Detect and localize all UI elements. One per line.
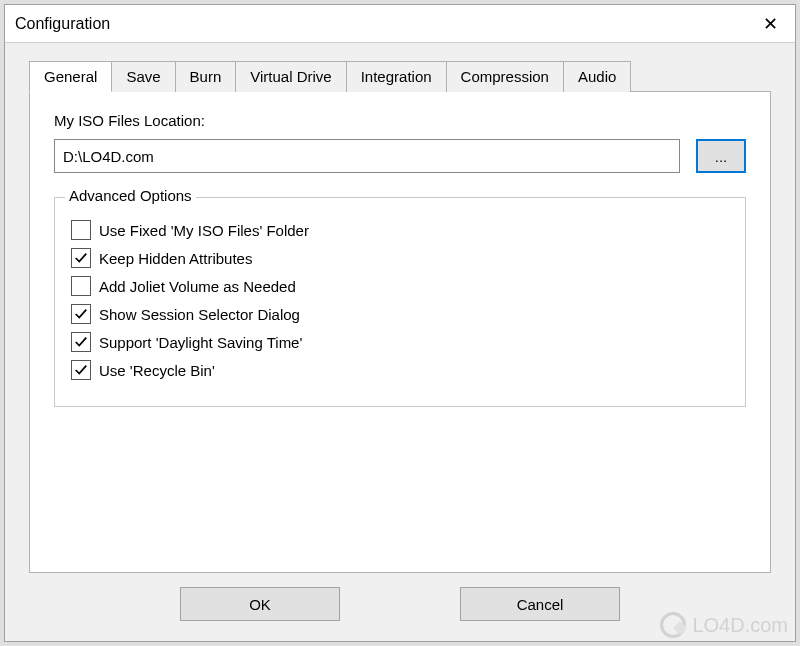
tabs-container: General Save Burn Virtual Drive Integrat…	[29, 61, 771, 573]
tab-row: General Save Burn Virtual Drive Integrat…	[29, 61, 771, 92]
checkbox-add-joliet[interactable]: Add Joliet Volume as Needed	[71, 276, 729, 296]
cancel-button[interactable]: Cancel	[460, 587, 620, 621]
tab-label: Save	[126, 68, 160, 85]
checkbox-icon	[71, 360, 91, 380]
tab-burn[interactable]: Burn	[175, 61, 237, 92]
ok-button-label: OK	[249, 596, 271, 613]
browse-button-label: ...	[715, 148, 728, 165]
tab-virtual-drive[interactable]: Virtual Drive	[235, 61, 346, 92]
tab-general[interactable]: General	[29, 61, 112, 92]
checkbox-label: Use Fixed 'My ISO Files' Folder	[99, 222, 309, 239]
tab-label: Virtual Drive	[250, 68, 331, 85]
window-title: Configuration	[15, 15, 110, 33]
checkbox-icon	[71, 248, 91, 268]
tab-label: Compression	[461, 68, 549, 85]
checkbox-icon	[71, 304, 91, 324]
tab-label: Integration	[361, 68, 432, 85]
configuration-dialog: Configuration ✕ General Save Burn Virtua…	[4, 4, 796, 642]
iso-location-input[interactable]	[54, 139, 680, 173]
cancel-button-label: Cancel	[517, 596, 564, 613]
checkbox-label: Keep Hidden Attributes	[99, 250, 252, 267]
checkbox-label: Show Session Selector Dialog	[99, 306, 300, 323]
checkbox-keep-hidden[interactable]: Keep Hidden Attributes	[71, 248, 729, 268]
ok-button[interactable]: OK	[180, 587, 340, 621]
tab-panel-general: My ISO Files Location: ... Advanced Opti…	[29, 91, 771, 573]
dialog-content: General Save Burn Virtual Drive Integrat…	[5, 43, 795, 641]
iso-location-label: My ISO Files Location:	[54, 112, 746, 129]
checkbox-label: Support 'Daylight Saving Time'	[99, 334, 302, 351]
tab-label: General	[44, 68, 97, 85]
dialog-buttons: OK Cancel	[29, 573, 771, 629]
checkbox-label: Add Joliet Volume as Needed	[99, 278, 296, 295]
checkbox-use-fixed-folder[interactable]: Use Fixed 'My ISO Files' Folder	[71, 220, 729, 240]
checkbox-icon	[71, 332, 91, 352]
tab-label: Audio	[578, 68, 616, 85]
advanced-options-group: Advanced Options Use Fixed 'My ISO Files…	[54, 197, 746, 407]
browse-button[interactable]: ...	[696, 139, 746, 173]
tab-compression[interactable]: Compression	[446, 61, 564, 92]
advanced-options-legend: Advanced Options	[65, 187, 196, 204]
close-icon: ✕	[763, 13, 778, 35]
checkbox-icon	[71, 276, 91, 296]
close-button[interactable]: ✕	[745, 5, 795, 43]
tab-integration[interactable]: Integration	[346, 61, 447, 92]
tab-audio[interactable]: Audio	[563, 61, 631, 92]
iso-location-row: ...	[54, 139, 746, 173]
tab-save[interactable]: Save	[111, 61, 175, 92]
checkbox-label: Use 'Recycle Bin'	[99, 362, 215, 379]
tab-label: Burn	[190, 68, 222, 85]
checkbox-daylight-saving[interactable]: Support 'Daylight Saving Time'	[71, 332, 729, 352]
titlebar: Configuration ✕	[5, 5, 795, 43]
checkbox-recycle-bin[interactable]: Use 'Recycle Bin'	[71, 360, 729, 380]
checkbox-icon	[71, 220, 91, 240]
checkbox-session-selector[interactable]: Show Session Selector Dialog	[71, 304, 729, 324]
